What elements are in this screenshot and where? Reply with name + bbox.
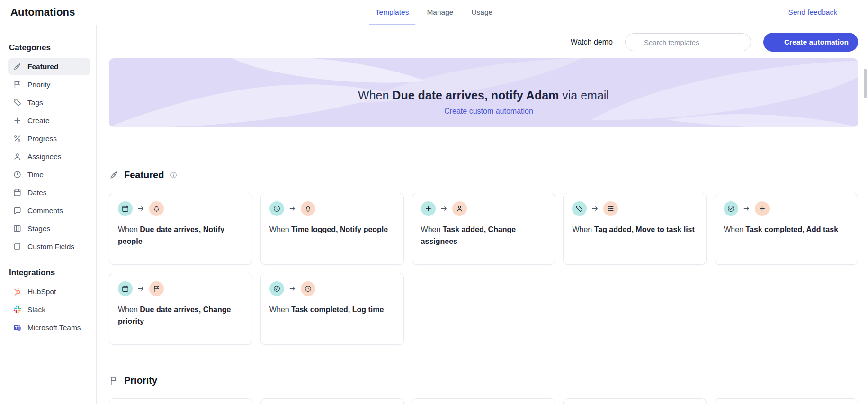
create-custom-automation-link[interactable]: Create custom automation	[434, 107, 533, 116]
custom-field-icon	[13, 242, 22, 251]
check-circle-icon	[269, 281, 284, 296]
header-right: Send feedback	[777, 8, 858, 17]
tag-icon	[572, 201, 587, 216]
vertical-scrollbar[interactable]	[864, 69, 867, 98]
bell-icon	[149, 201, 164, 216]
arrow-right-icon	[288, 285, 296, 293]
arrow-right-icon	[288, 205, 296, 213]
template-card[interactable]	[715, 398, 858, 404]
rocket-icon	[109, 170, 119, 180]
flag-icon	[109, 376, 119, 386]
sidebar-item-label: Create	[27, 117, 50, 125]
sidebar-item-label: Priority	[27, 81, 50, 89]
card-icons	[118, 201, 243, 216]
template-sections: FeaturedWhen Due date arrives, Notify pe…	[109, 170, 858, 404]
section-heading: Priority	[109, 375, 858, 386]
tab-templates[interactable]: Templates	[376, 0, 409, 25]
card-icons	[421, 201, 546, 216]
template-card[interactable]: When Time logged, Notify people	[260, 193, 404, 265]
sidebar-section-title-integrations: Integrations	[9, 268, 90, 278]
cards-grid: When Due date arrives, Notify peopleWhen…	[109, 193, 858, 345]
sidebar-item-label: Tags	[27, 99, 43, 107]
sidebar-item-label: Stages	[27, 224, 50, 233]
template-card[interactable]: When Task completed, Log time	[260, 273, 404, 345]
plus-icon	[773, 39, 780, 46]
hero-banner[interactable]: When Due date arrives, notify Adam via e…	[109, 58, 858, 127]
card-title: When Time logged, Notify people	[269, 224, 395, 236]
calendar-icon	[118, 281, 133, 296]
tab-usage[interactable]: Usage	[471, 0, 492, 25]
arrow-right-icon	[743, 205, 751, 213]
robot-icon	[476, 70, 491, 85]
sidebar-item-label: Featured	[27, 63, 58, 71]
calendar-icon	[13, 188, 22, 197]
card-icons	[269, 281, 395, 296]
sidebar-item-microsoft-teams[interactable]: Microsoft Teams	[8, 319, 90, 336]
watch-demo-button[interactable]: Watch demo	[556, 37, 613, 47]
sidebar-item-custom-fields[interactable]: Custom Fields	[8, 238, 90, 255]
template-card[interactable]	[563, 398, 707, 404]
sidebar-item-slack[interactable]: Slack	[8, 301, 90, 318]
sidebar-item-label: Dates	[27, 189, 47, 197]
card-icons	[118, 281, 243, 296]
search-icon	[632, 38, 640, 46]
template-card[interactable]	[109, 398, 252, 404]
list-icon	[603, 201, 618, 216]
header: Automations TemplatesManageUsage Send fe…	[0, 0, 868, 25]
slack-icon	[13, 305, 22, 314]
send-feedback-label: Send feedback	[788, 8, 837, 17]
sidebar-item-priority[interactable]: Priority	[8, 76, 90, 93]
sidebar-item-assignees[interactable]: Assignees	[8, 148, 90, 165]
columns-icon	[13, 224, 22, 233]
card-icons	[724, 201, 849, 216]
template-card[interactable]: When Task completed, Add task	[715, 193, 858, 265]
close-icon[interactable]	[849, 8, 858, 17]
person-icon	[13, 152, 22, 161]
search-input[interactable]	[644, 38, 744, 46]
template-card[interactable]	[412, 398, 555, 404]
layout: CategoriesFeaturedPriorityTagsCreateProg…	[0, 25, 868, 404]
create-automation-button[interactable]: Create automation	[763, 33, 858, 52]
template-card[interactable]: When Task added, Change assignees	[412, 193, 555, 265]
sidebar-item-dates[interactable]: Dates	[8, 184, 90, 201]
sidebar-section-title-categories: Categories	[9, 43, 90, 53]
template-card[interactable]: When Due date arrives, Notify people	[109, 193, 252, 265]
sidebar-item-label: Comments	[27, 206, 63, 215]
tag-icon	[13, 98, 22, 107]
template-card[interactable]	[260, 398, 404, 404]
create-custom-automation-label: Create custom automation	[444, 107, 533, 116]
sidebar-item-create[interactable]: Create	[8, 112, 90, 129]
tab-manage[interactable]: Manage	[427, 0, 453, 25]
plus-icon	[755, 201, 770, 216]
sidebar-item-comments[interactable]: Comments	[8, 202, 90, 219]
check-circle-icon	[724, 201, 738, 216]
bell-icon	[301, 201, 315, 216]
sidebar-item-progress[interactable]: Progress	[8, 130, 90, 147]
template-card[interactable]: When Due date arrives, Change priority	[109, 273, 252, 345]
sidebar-item-stages[interactable]: Stages	[8, 220, 90, 237]
sidebar-item-featured[interactable]: Featured	[8, 58, 90, 75]
arrow-right-icon	[137, 285, 145, 293]
create-automation-label: Create automation	[784, 38, 849, 46]
watch-demo-label: Watch demo	[571, 38, 613, 46]
sidebar-item-time[interactable]: Time	[8, 166, 90, 183]
card-title: When Due date arrives, Notify people	[118, 224, 243, 248]
main-content: Watch demo Create automation When Du	[97, 25, 868, 404]
info-icon	[170, 171, 178, 179]
section-title: Priority	[124, 375, 157, 386]
cards-grid	[109, 398, 858, 404]
sidebar-item-label: Assignees	[27, 153, 62, 161]
sidebar-item-hubspot[interactable]: HubSpot	[8, 283, 90, 300]
section-featured: FeaturedWhen Due date arrives, Notify pe…	[109, 170, 858, 345]
sidebar-item-label: Time	[27, 171, 44, 179]
sidebar-item-tags[interactable]: Tags	[8, 94, 90, 111]
sidebar-item-label: Progress	[27, 135, 57, 143]
template-card[interactable]: When Tag added, Move to task list	[563, 193, 707, 265]
flag-icon	[149, 281, 164, 296]
clock-icon	[13, 170, 22, 179]
hubspot-icon	[13, 287, 22, 296]
tabs: TemplatesManageUsage	[376, 0, 492, 25]
flag-icon	[13, 80, 22, 89]
send-feedback-button[interactable]: Send feedback	[777, 8, 837, 17]
card-title: When Task added, Change assignees	[421, 224, 546, 248]
